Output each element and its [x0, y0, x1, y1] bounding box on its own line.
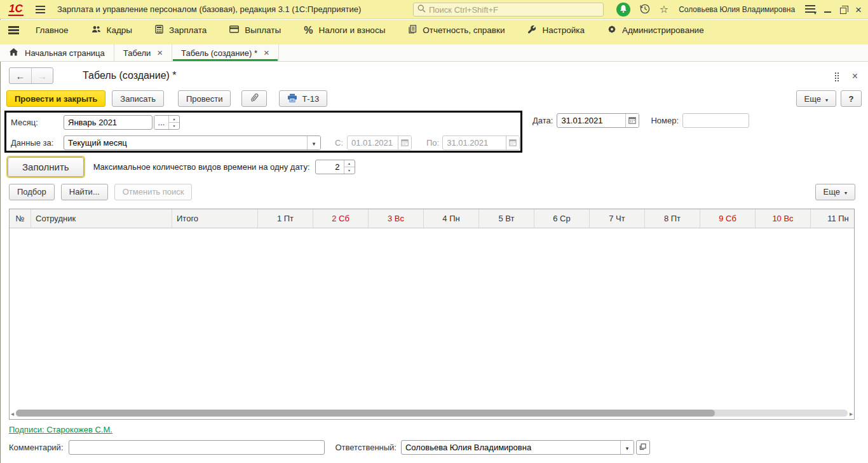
date-input[interactable] [557, 114, 625, 127]
calendar-icon[interactable] [625, 114, 639, 127]
from-label: С: [335, 138, 343, 148]
responsible-select[interactable] [402, 441, 620, 454]
comment-label: Комментарий: [9, 443, 64, 452]
horizontal-scrollbar[interactable] [11, 408, 853, 418]
menu-item-payments[interactable]: Выплаты [223, 25, 287, 35]
list-toolbar: Подбор Найти... Отменить поиск Еще [9, 183, 859, 200]
post-button[interactable]: Провести [178, 90, 231, 107]
open-icon [639, 443, 646, 452]
number-label: Номер: [651, 116, 679, 125]
user-name[interactable]: Соловьева Юлия Владимировна [677, 5, 796, 14]
menu-item-reports[interactable]: Отчетность, справки [402, 25, 511, 36]
list-more-button[interactable]: Еще [815, 184, 855, 200]
column-header[interactable]: 4 Пн [424, 209, 479, 228]
period-label: Данные за: [8, 138, 64, 148]
spin-up-icon[interactable] [344, 160, 355, 167]
scroll-left-icon[interactable] [11, 408, 14, 418]
max-kinds-spinner[interactable] [344, 160, 355, 174]
month-select-button[interactable]: ... [154, 116, 168, 129]
history-nav [9, 67, 53, 84]
column-header[interactable]: Сотрудник [31, 209, 172, 228]
back-button[interactable] [10, 68, 31, 83]
notifications-button[interactable] [616, 3, 630, 17]
spin-up-icon[interactable] [169, 116, 179, 122]
timesheet-table[interactable]: № Сотрудник Итого 1 Пт 2 Сб 3 Вс 4 Пн 5 … [9, 209, 855, 420]
month-spinner[interactable] [168, 116, 179, 129]
paperclip-icon [250, 93, 259, 104]
column-header[interactable]: 6 Ср [534, 209, 590, 228]
restore-button[interactable] [840, 8, 846, 14]
sections-menu: Главное Кадры Зарплата Выплаты Налоги и … [0, 20, 868, 41]
save-button[interactable]: Записать [112, 90, 164, 107]
bell-icon [620, 4, 627, 15]
menu-item-administration[interactable]: Администрирование [601, 25, 710, 36]
close-window-button[interactable] [855, 4, 862, 15]
column-header[interactable]: 8 Пт [645, 209, 700, 228]
search-input[interactable] [429, 5, 599, 15]
menu-item-settings[interactable]: Настройка [521, 25, 590, 36]
close-form-button[interactable] [852, 71, 858, 81]
functions-menu-icon[interactable] [8, 26, 19, 34]
table-header: № Сотрудник Итого 1 Пт 2 Сб 3 Вс 4 Пн 5 … [10, 209, 855, 228]
column-header[interactable]: 5 Вт [479, 209, 534, 228]
pick-button[interactable]: Подбор [9, 184, 55, 200]
column-header[interactable]: 7 Чт [590, 209, 645, 228]
help-button[interactable]: ? [841, 90, 862, 107]
fill-button[interactable]: Заполнить [8, 157, 84, 177]
menu-item-taxes[interactable]: Налоги и взносы [297, 25, 391, 36]
close-tab-icon[interactable] [157, 48, 163, 58]
month-input[interactable] [64, 115, 153, 130]
column-header[interactable]: 2 Сб [313, 209, 369, 228]
column-header[interactable]: № [10, 209, 31, 228]
column-header[interactable]: 11 Пн [811, 209, 855, 228]
to-date-input [443, 136, 506, 149]
percent-icon [304, 25, 313, 36]
responsible-dropdown-button[interactable] [620, 441, 634, 454]
column-header[interactable]: 9 Сб [700, 209, 756, 228]
menu-item-salary[interactable]: Зарплата [149, 25, 213, 36]
scrollbar-thumb[interactable] [16, 410, 715, 417]
window-options-icon[interactable] [834, 72, 839, 81]
tab-tabeli[interactable]: Табели [114, 45, 172, 61]
attachments-button[interactable] [241, 90, 267, 107]
chevron-down-icon [626, 443, 629, 452]
forward-button[interactable] [31, 68, 53, 83]
spin-down-icon[interactable] [344, 167, 355, 174]
number-input[interactable] [682, 113, 749, 128]
column-header[interactable]: Итого [172, 209, 258, 228]
service-menu-icon[interactable] [805, 5, 815, 14]
period-dropdown-button[interactable] [307, 136, 320, 149]
menu-item-main[interactable]: Главное [29, 25, 75, 35]
1c-logo: 1С [8, 3, 24, 16]
command-bar: Провести и закрыть Записать Провести Т-1… [6, 90, 862, 107]
main-menu-icon[interactable] [36, 6, 45, 13]
chevron-down-icon [313, 138, 316, 148]
column-header[interactable]: 3 Вс [369, 209, 424, 228]
scroll-right-icon[interactable] [850, 408, 853, 418]
spin-down-icon[interactable] [169, 122, 179, 129]
open-responsible-button[interactable] [636, 440, 650, 455]
max-kinds-input[interactable] [316, 160, 344, 174]
period-select[interactable] [64, 136, 307, 149]
menu-item-personnel[interactable]: Кадры [85, 25, 139, 36]
tab-home[interactable]: Начальная страница [0, 45, 114, 61]
find-button[interactable]: Найти... [61, 184, 108, 200]
global-search[interactable] [413, 3, 604, 17]
favorites-icon[interactable] [660, 4, 668, 15]
history-icon[interactable] [639, 3, 651, 17]
comment-input[interactable] [69, 440, 325, 455]
print-t13-button[interactable]: Т-13 [279, 90, 327, 107]
to-label: По: [426, 138, 439, 148]
chevron-down-icon [825, 94, 828, 104]
post-and-close-button[interactable]: Провести и закрыть [6, 90, 105, 107]
tab-tabel-create[interactable]: Табель (создание) * [172, 45, 279, 61]
page-title: Табель (создание) * [83, 70, 177, 81]
signatures-link[interactable]: Подписи: Старокожев С.М. [9, 425, 112, 434]
max-kinds-label: Максимальное количество видов времени на… [93, 162, 310, 172]
minimize-button[interactable] [824, 11, 831, 13]
close-tab-icon[interactable] [264, 48, 269, 58]
column-header[interactable]: 10 Вс [756, 209, 811, 228]
calendar-icon [506, 136, 519, 149]
column-header[interactable]: 1 Пт [258, 209, 313, 228]
more-button[interactable]: Еще [796, 90, 836, 107]
